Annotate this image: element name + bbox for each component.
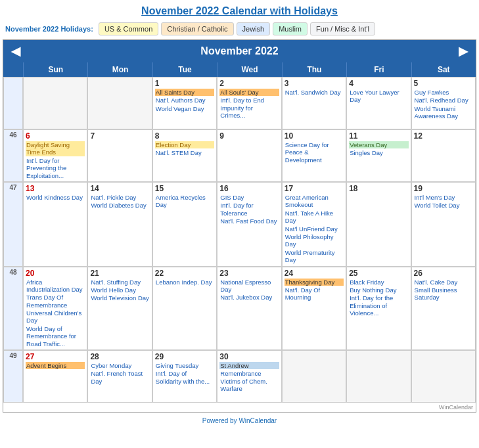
calendar-event[interactable]: Nat'l UnFriend Day: [285, 225, 344, 233]
week-num-header-empty: [3, 62, 23, 77]
calendar-event[interactable]: World Hello Day: [90, 286, 149, 294]
tab-muslim[interactable]: Muslim: [273, 22, 308, 35]
calendar-event[interactable]: World Vegan Day: [155, 105, 214, 112]
date-number: 14: [90, 184, 149, 193]
calendar-event[interactable]: World Diabetes Day: [90, 202, 149, 209]
calendar-event[interactable]: Nat'l. Sandwich Day: [285, 89, 344, 96]
calendar-event[interactable]: Nat'l. Take A Hike Day: [285, 210, 344, 225]
date-number: 19: [414, 184, 473, 193]
calendar-event[interactable]: World Kindness Day: [26, 194, 85, 201]
calendar-event[interactable]: Guy Fawkes: [414, 89, 473, 96]
calendar-event[interactable]: Advent Begins: [26, 362, 85, 369]
tab-us[interactable]: US & Common: [99, 22, 158, 35]
week-number: 47: [3, 182, 23, 267]
calendar-event[interactable]: All Saints Day: [155, 89, 214, 96]
date-number: 26: [414, 269, 473, 278]
calendar-event[interactable]: Nat'l. Cake Day: [414, 279, 473, 286]
calendar-event[interactable]: World Prematurity Day: [285, 249, 344, 264]
calendar-event[interactable]: Nat'l. Day Of Mourning: [285, 286, 344, 302]
week-number: [3, 77, 23, 129]
calendar-event[interactable]: Nat'l. Redhead Day: [414, 97, 473, 104]
calendar-cell: 3Nat'l. Sandwich Day: [282, 77, 346, 129]
next-month-button[interactable]: ▶: [459, 44, 468, 58]
calendar-cell: 26Nat'l. Cake DaySmall Business Saturday: [411, 267, 476, 351]
day-header-wed: Wed: [217, 62, 281, 77]
date-number: 3: [285, 79, 344, 88]
calendar-event[interactable]: All Souls' Day: [219, 89, 279, 96]
tab-jewish[interactable]: Jewish: [237, 22, 271, 35]
calendar-event[interactable]: Int'l. Day of Solidarity with the...: [155, 370, 214, 385]
calendar-event[interactable]: Daylight Saving Time Ends: [26, 141, 85, 156]
wincalendar-label: WinCalendar: [3, 403, 476, 412]
calendar-event[interactable]: World Toilet Day: [414, 202, 473, 209]
holidays-bar: November 2022 Holidays: US & Common Chri…: [0, 20, 479, 39]
calendar-event[interactable]: Universal Children's Day: [26, 309, 85, 325]
calendar-event[interactable]: Love Your Lawyer Day: [349, 89, 408, 104]
calendar-event[interactable]: World Television Day: [90, 294, 149, 302]
calendar-event[interactable]: Election Day: [155, 141, 214, 148]
calendar-event[interactable]: Giving Tuesday: [155, 362, 214, 369]
calendar-event[interactable]: GIS Day: [219, 194, 279, 201]
calendar-cell: 11Veterans DaySingles Day: [346, 129, 411, 182]
calendar-event[interactable]: Lebanon Indep. Day: [155, 279, 214, 286]
calendar-event[interactable]: Nat'l. Stuffing Day: [90, 279, 149, 286]
date-number: 6: [26, 131, 85, 141]
date-number: 21: [90, 269, 149, 278]
calendar-event[interactable]: Great American Smokeout: [285, 194, 344, 209]
calendar-cell: 4Love Your Lawyer Day: [346, 77, 411, 129]
date-number: 27: [26, 352, 85, 361]
calendar-week-row: 4927Advent Begins28Cyber MondayNat'l. Fr…: [3, 350, 476, 403]
calendar-event[interactable]: Veterans Day: [349, 141, 408, 148]
calendar-event[interactable]: Nat'l. STEM Day: [155, 149, 214, 156]
holidays-label: November 2022 Holidays:: [5, 25, 93, 33]
tab-fun[interactable]: Fun / Misc & Int'l: [310, 22, 375, 35]
calendar-event[interactable]: St Andrew: [219, 362, 279, 369]
date-number: 4: [349, 79, 408, 88]
calendar-cell: 14Nat'l. Pickle DayWorld Diabetes Day: [87, 182, 152, 267]
calendar-cell: 21Nat'l. Stuffing DayWorld Hello DayWorl…: [87, 267, 152, 351]
calendar-event[interactable]: Nat'l. Fast Food Day: [219, 217, 279, 225]
date-number: 15: [155, 184, 214, 193]
calendar-event[interactable]: Cyber Monday: [90, 362, 149, 369]
calendar-event[interactable]: Int'l. Day to End Impunity for Crimes...: [219, 97, 279, 119]
calendar-event[interactable]: Int'l. Day for Preventing the Exploitati…: [26, 157, 85, 179]
calendar-week-row: 1All Saints DayNat'l. Authors DayWorld V…: [3, 77, 476, 129]
calendar-event[interactable]: Small Business Saturday: [414, 286, 473, 302]
date-number: 10: [285, 131, 344, 141]
calendar-event[interactable]: World Day of Remembrance for Road Traffi…: [26, 325, 85, 347]
date-number: 20: [26, 269, 85, 278]
calendar-cell: 7: [87, 129, 152, 182]
calendar-event[interactable]: Singles Day: [349, 149, 408, 156]
calendar-event[interactable]: Black Friday: [349, 279, 408, 286]
calendar-cell: 29Giving TuesdayInt'l. Day of Solidarity…: [152, 350, 217, 403]
calendar-event[interactable]: World Tsunami Awareness Day: [414, 105, 473, 120]
calendar-event[interactable]: Nat'l. French Toast Day: [90, 370, 149, 385]
calendar-event[interactable]: Thanksgiving Day: [285, 279, 344, 286]
calendar-event[interactable]: Int'l. Day for the Elimination of Violen…: [349, 294, 408, 317]
date-number: 24: [285, 269, 344, 278]
calendar-event[interactable]: Trans Day Of Remembrance: [26, 294, 85, 309]
calendar-cell: [411, 350, 476, 403]
calendar-cell: 1All Saints DayNat'l. Authors DayWorld V…: [152, 77, 217, 129]
tab-christian[interactable]: Christian / Catholic: [161, 22, 233, 35]
calendar-cell: [282, 350, 346, 403]
date-number: 29: [155, 352, 214, 361]
page-title: November 2022 Calendar with Holidays: [0, 0, 479, 20]
calendar-event[interactable]: Science Day for Peace & Development: [285, 141, 344, 164]
calendar-event[interactable]: America Recycles Day: [155, 194, 214, 209]
calendar-event[interactable]: Africa Industrialization Day: [26, 279, 85, 294]
calendar-event[interactable]: Nat'l. Authors Day: [155, 97, 214, 104]
calendar-cell: 25Black FridayBuy Nothing DayInt'l. Day …: [346, 267, 411, 351]
prev-month-button[interactable]: ◀: [11, 44, 20, 58]
calendar-event[interactable]: National Espresso Day: [219, 279, 279, 294]
calendar-event[interactable]: Int'l. Day for Tolerance: [219, 202, 279, 217]
calendar-event[interactable]: Nat'l. Jukebox Day: [219, 294, 279, 301]
calendar-event[interactable]: World Philosophy Day: [285, 233, 344, 248]
calendar-event[interactable]: Int'l Men's Day: [414, 194, 473, 201]
calendar-event[interactable]: Nat'l. Pickle Day: [90, 194, 149, 201]
calendar-event[interactable]: Buy Nothing Day: [349, 286, 408, 294]
calendar-event[interactable]: Remembrance Victims of Chem. Warfare: [219, 370, 279, 392]
calendar-cell: 17Great American SmokeoutNat'l. Take A H…: [282, 182, 346, 267]
calendar-cell: 23National Espresso DayNat'l. Jukebox Da…: [217, 267, 281, 351]
calendar-cell: 10Science Day for Peace & Development: [282, 129, 346, 182]
